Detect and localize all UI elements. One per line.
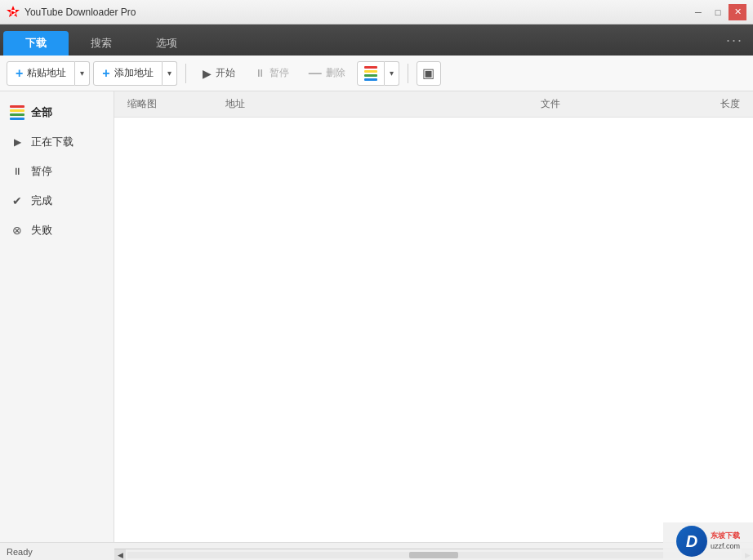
view-toggle-button[interactable]: ▣: [417, 61, 441, 86]
sidebar-item-completed[interactable]: ✔ 完成: [0, 186, 114, 216]
app-icon: [7, 6, 20, 19]
paste-address-button[interactable]: + 粘贴地址: [7, 61, 75, 86]
watermark-line1: 东坡下载: [711, 531, 740, 541]
col-header-file: 文件: [534, 97, 681, 111]
tabbar: 下载 搜索 选项 ···: [0, 24, 753, 56]
watermark-line2: uzzf.com: [711, 541, 740, 552]
watermark-logo: D: [676, 526, 707, 557]
scrollbar-thumb[interactable]: [409, 552, 458, 558]
minimize-button[interactable]: ─: [689, 4, 707, 20]
watermark: D 东坡下载 uzzf.com: [663, 522, 753, 560]
delete-button[interactable]: — 删除: [301, 61, 354, 86]
col-header-duration: 长度: [681, 97, 746, 111]
horizontal-scrollbar[interactable]: ◀ ▶: [114, 549, 753, 560]
pause-icon: ⏸: [255, 67, 265, 79]
content-body: [114, 118, 753, 542]
table-header: 缩略图 地址 文件 长度: [114, 91, 753, 118]
titlebar: YouTube Downloader Pro ─ □ ✕: [0, 0, 753, 24]
filter-dropdown[interactable]: ▾: [385, 61, 399, 86]
more-tabs-button[interactable]: ···: [726, 32, 743, 49]
paste-address-dropdown[interactable]: ▾: [75, 61, 90, 86]
start-button[interactable]: ▶ 开始: [194, 61, 243, 86]
status-text: Ready: [7, 547, 33, 557]
check-icon: ✔: [10, 194, 25, 207]
sidebar-item-paused[interactable]: ⏸ 暂停: [0, 157, 114, 186]
sidebar-item-downloading[interactable]: ▶ 正在下载: [0, 127, 114, 157]
watermark-text: 东坡下载 uzzf.com: [711, 531, 740, 551]
col-header-thumb: 缩略图: [121, 97, 219, 111]
col-header-url: 地址: [219, 97, 534, 111]
window-controls: ─ □ ✕: [689, 4, 746, 20]
tab-download[interactable]: 下载: [3, 31, 69, 56]
sidebar-item-all[interactable]: 全部: [0, 98, 114, 127]
separator-1: [185, 64, 186, 83]
delete-icon: —: [309, 66, 322, 81]
x-circle-icon: ⊗: [10, 224, 25, 237]
all-stripe-icon: [10, 105, 25, 120]
scrollbar-track[interactable]: [127, 552, 740, 558]
stripe-icon: [364, 66, 377, 81]
toolbar: + 粘贴地址 ▾ + 添加地址 ▾ ▶ 开始 ⏸ 暂停 — 删除: [0, 56, 753, 91]
sidebar-item-failed[interactable]: ⊗ 失败: [0, 216, 114, 245]
plus-icon-2: +: [102, 66, 109, 81]
content-area: 缩略图 地址 文件 长度: [114, 91, 753, 542]
add-address-dropdown[interactable]: ▾: [163, 61, 177, 86]
window-title: YouTube Downloader Pro: [25, 7, 689, 18]
plus-icon: +: [16, 66, 23, 81]
tab-search[interactable]: 搜索: [69, 31, 134, 56]
play-icon: ▶: [10, 136, 25, 148]
add-address-button[interactable]: + 添加地址: [93, 61, 162, 86]
main-area: 全部 ▶ 正在下载 ⏸ 暂停 ✔ 完成 ⊗ 失败 缩略图 地址 文件 长度: [0, 91, 753, 542]
maximize-button[interactable]: □: [709, 4, 727, 20]
filter-group: ▾: [357, 61, 399, 86]
scroll-left-button[interactable]: ◀: [114, 549, 126, 561]
view-icon: ▣: [422, 65, 434, 81]
start-icon: ▶: [203, 67, 212, 80]
pause-button[interactable]: ⏸ 暂停: [247, 61, 297, 86]
separator-2: [408, 64, 408, 83]
statusbar: Ready ◀ ▶ D 东坡下载 uzzf.com: [0, 542, 753, 560]
filter-button[interactable]: [357, 61, 385, 86]
add-address-group: + 添加地址 ▾: [93, 61, 176, 86]
paste-address-group: + 粘贴地址 ▾: [7, 61, 90, 86]
pause-icon-sidebar: ⏸: [10, 166, 25, 177]
tab-options[interactable]: 选项: [134, 31, 199, 56]
sidebar: 全部 ▶ 正在下载 ⏸ 暂停 ✔ 完成 ⊗ 失败: [0, 91, 114, 542]
close-button[interactable]: ✕: [728, 4, 746, 20]
